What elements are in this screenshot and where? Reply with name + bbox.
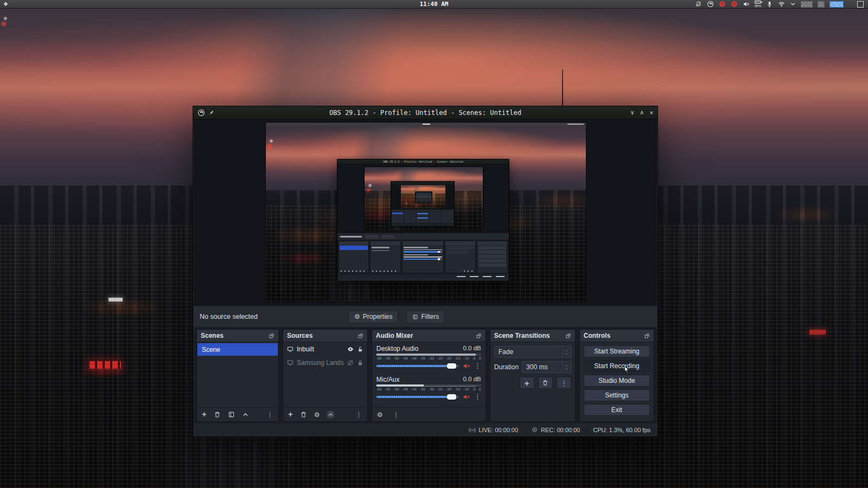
add-transition-button[interactable]: + — [520, 377, 534, 389]
gear-icon: ⚙ — [354, 313, 360, 320]
maximize-window-button[interactable]: ∧ — [640, 109, 644, 116]
meter-tick-label: -35 — [420, 356, 425, 360]
source-row-inbuilt[interactable]: Inbuilt — [283, 342, 367, 356]
preview-obs-window-level2 — [391, 181, 455, 227]
hidden-eye-slash-icon[interactable] — [347, 359, 354, 366]
channel-db-value: 0.0 dB — [463, 345, 481, 352]
lock-icon[interactable] — [357, 359, 363, 366]
workspace-pager-active[interactable] — [829, 1, 844, 8]
notifications-muted-icon[interactable] — [695, 1, 702, 8]
meter-tick-label: -5 — [473, 387, 476, 391]
wifi-icon[interactable] — [778, 1, 785, 8]
close-window-button[interactable]: ✕ — [649, 109, 653, 116]
tray-expand-chevron-icon[interactable] — [790, 1, 796, 7]
source-row-samsung[interactable]: Samsung Lands — [283, 356, 367, 369]
no-source-selected-label: No source selected — [200, 313, 258, 320]
volume-slider-handle[interactable] — [447, 394, 456, 400]
red-indicator-icon[interactable] — [719, 1, 726, 8]
sources-panel-header[interactable]: Sources — [283, 330, 367, 342]
source-label: Samsung Lands — [297, 359, 344, 367]
transition-value: Fade — [495, 348, 562, 356]
channel-menu-button[interactable]: ⋮ — [474, 393, 481, 401]
scene-item-label: Scene — [202, 346, 220, 354]
popout-icon[interactable] — [269, 333, 275, 339]
chevron-up-icon — [565, 364, 569, 367]
visibility-eye-icon[interactable] — [347, 346, 354, 352]
dock-area: Scenes Scene + ⋮ — [194, 327, 657, 424]
mixer-menu-button[interactable]: ⋮ — [393, 411, 400, 418]
start-recording-button[interactable]: Start Recording — [584, 360, 650, 372]
duration-spinbox[interactable]: 300 ms — [522, 361, 571, 373]
scene-list-item[interactable]: Scene — [197, 343, 278, 356]
battery-icon[interactable]: 95% — [755, 1, 761, 8]
properties-button[interactable]: ⚙ Properties — [348, 311, 398, 323]
mixer-panel-header[interactable]: Audio Mixer — [372, 330, 486, 342]
combo-arrows[interactable] — [562, 346, 571, 357]
scene-filters-button[interactable] — [228, 411, 235, 418]
sources-menu-button[interactable]: ⋮ — [355, 411, 362, 418]
popout-icon[interactable] — [565, 333, 571, 339]
preview-canvas[interactable]: OBS 29.1.2 - Profile: Untitled - Scenes:… — [265, 122, 586, 302]
workspace-pager-2[interactable] — [818, 1, 825, 8]
volume-slider[interactable] — [376, 396, 459, 398]
controls-panel-header[interactable]: Controls — [580, 330, 654, 342]
red-indicator-icon[interactable] — [731, 1, 738, 8]
channel-name: Mic/Aux — [376, 376, 400, 383]
start-streaming-button[interactable]: Start Streaming — [584, 345, 650, 357]
chevron-down-icon — [565, 368, 569, 370]
scenes-toolbar: + ⋮ — [197, 407, 278, 421]
rec-status: REC: 00:00:00 — [531, 426, 580, 433]
popout-icon[interactable] — [644, 333, 650, 339]
meter-tick-label: -20 — [446, 356, 451, 360]
volume-icon[interactable] — [743, 1, 750, 8]
scene-move-up-button[interactable] — [242, 411, 249, 418]
window-titlebar[interactable]: OBS 29.1.2 - Profile: Untitled - Scenes:… — [193, 106, 658, 119]
chevron-down-icon — [565, 352, 569, 355]
advanced-audio-button[interactable]: ⚙ — [377, 412, 383, 418]
window-title: OBS 29.1.2 - Profile: Untitled - Scenes:… — [193, 109, 658, 117]
filters-button-label: Filters — [421, 313, 439, 320]
workspace-pager-1[interactable] — [801, 1, 813, 8]
transitions-panel-header[interactable]: Scene Transitions — [490, 330, 575, 342]
button-label: Start Streaming — [594, 348, 639, 355]
popout-icon[interactable] — [358, 333, 363, 339]
meter-tick-label: -15 — [455, 387, 460, 391]
show-desktop-button[interactable] — [857, 1, 864, 8]
volume-slider-handle[interactable] — [447, 363, 456, 369]
source-move-up-button[interactable] — [327, 411, 334, 418]
meter-tick-label: -30 — [429, 387, 434, 391]
mouse-cursor-icon — [623, 365, 630, 374]
system-tray: 95% — [695, 1, 868, 8]
scenes-panel-title: Scenes — [201, 332, 224, 339]
exit-button[interactable]: Exit — [584, 404, 650, 416]
transition-menu-button[interactable]: ⋮ — [557, 377, 571, 389]
button-label: Exit — [611, 406, 622, 414]
spin-arrows[interactable] — [562, 362, 571, 373]
cpu-fps-text: CPU: 1.3%, 60.00 fps — [593, 427, 650, 433]
obs-tray-icon[interactable] — [707, 1, 714, 8]
filters-button[interactable]: Filters — [406, 311, 445, 323]
scenes-panel-header[interactable]: Scenes — [197, 330, 278, 342]
meter-tick-label: -60 — [376, 356, 382, 360]
channel-menu-button[interactable]: ⋮ — [474, 362, 481, 370]
scenes-menu-button[interactable]: ⋮ — [266, 411, 273, 418]
studio-mode-button[interactable]: Studio Mode — [584, 375, 650, 387]
remove-source-button[interactable] — [300, 411, 307, 418]
add-source-button[interactable]: + — [288, 410, 293, 418]
settings-button[interactable]: Settings — [584, 389, 650, 401]
muted-speaker-icon[interactable] — [463, 362, 470, 370]
popout-icon[interactable] — [476, 333, 482, 339]
meter-scale: -60-55-50-45-40-35-30-25-20-15-10-50 — [376, 387, 481, 391]
source-properties-button[interactable]: ⚙ — [314, 412, 320, 418]
preview-preview-zone — [337, 164, 509, 233]
volume-slider[interactable] — [376, 365, 459, 367]
muted-speaker-icon[interactable] — [463, 393, 470, 401]
unlock-icon[interactable] — [357, 346, 363, 352]
remove-transition-button[interactable] — [538, 377, 553, 389]
transition-select[interactable]: Fade — [494, 346, 571, 358]
microphone-icon[interactable] — [766, 1, 773, 8]
add-scene-button[interactable]: + — [202, 410, 207, 418]
controls-panel-title: Controls — [584, 332, 610, 339]
remove-scene-button[interactable] — [214, 411, 221, 418]
shade-window-button[interactable]: ∨ — [630, 109, 634, 116]
